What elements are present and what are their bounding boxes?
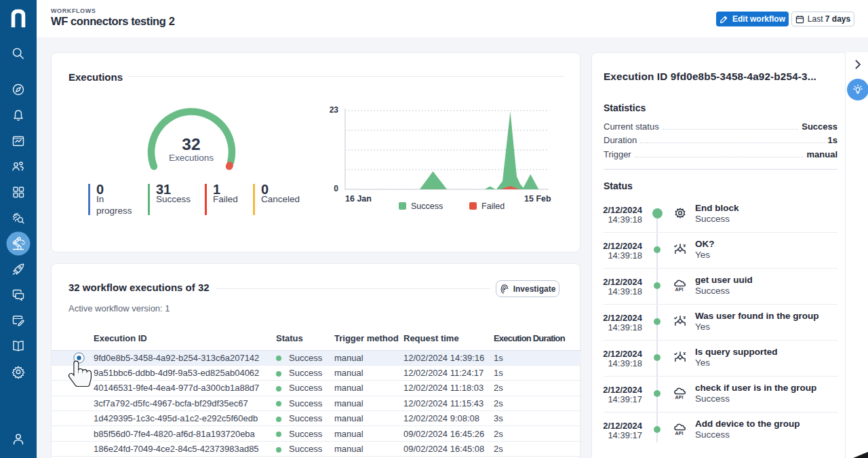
svg-text:API: API <box>675 287 684 292</box>
svg-text:API: API <box>675 431 684 436</box>
svg-text:API: API <box>675 395 684 400</box>
